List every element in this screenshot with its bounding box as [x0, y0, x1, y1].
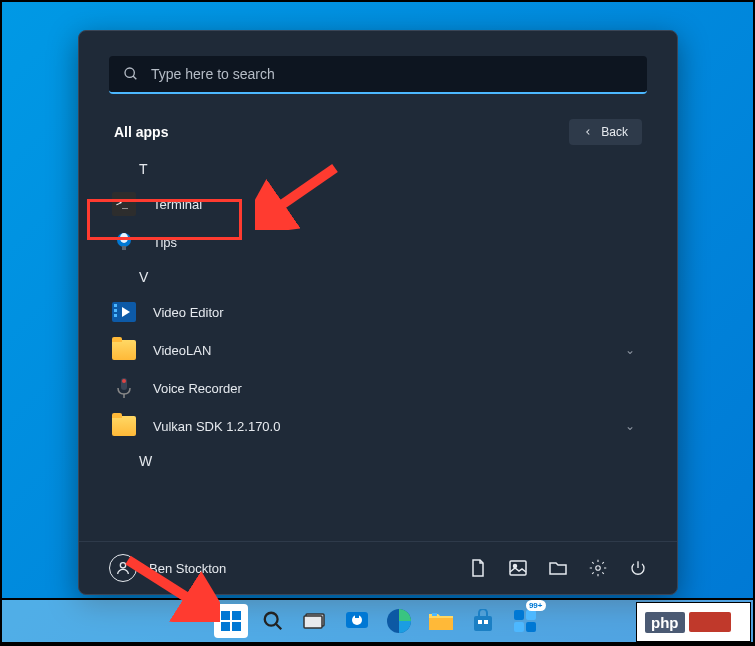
taskbar-search-button[interactable]: [256, 604, 290, 638]
search-input[interactable]: Type here to search: [109, 56, 647, 94]
svg-line-28: [275, 624, 281, 630]
pictures-button[interactable]: [509, 559, 527, 577]
svg-rect-42: [514, 622, 524, 632]
search-placeholder: Type here to search: [151, 66, 275, 82]
svg-point-27: [264, 613, 277, 626]
svg-point-5: [120, 233, 128, 243]
app-item-tips[interactable]: Tips: [99, 223, 657, 261]
annotation-arrow: [120, 552, 220, 622]
chevron-down-icon: ⌄: [625, 419, 645, 433]
all-apps-title: All apps: [114, 124, 168, 140]
search-icon: [262, 610, 284, 632]
app-list: T >_ Terminal Tips V Video Editor VideoL…: [79, 153, 677, 541]
voice-recorder-icon: [111, 375, 137, 401]
tips-icon: [111, 229, 137, 255]
pictures-icon: [509, 560, 527, 576]
folder-icon: [111, 337, 137, 363]
svg-rect-30: [304, 616, 322, 628]
svg-line-1: [133, 76, 136, 79]
file-explorer-button[interactable]: [549, 559, 567, 577]
svg-line-22: [128, 560, 202, 607]
svg-line-20: [267, 168, 335, 215]
back-button[interactable]: Back: [569, 119, 642, 145]
watermark-logo: [689, 612, 731, 632]
app-item-voice-recorder[interactable]: Voice Recorder: [99, 369, 657, 407]
folder-icon: [111, 413, 137, 439]
chat-icon: [344, 608, 370, 634]
widgets-button[interactable]: 99+: [508, 604, 542, 638]
widgets-icon: [512, 608, 538, 634]
search-icon: [123, 66, 139, 82]
app-item-video-editor[interactable]: Video Editor: [99, 293, 657, 331]
svg-rect-38: [478, 620, 482, 624]
power-button[interactable]: [629, 559, 647, 577]
store-icon: [471, 609, 495, 633]
widgets-badge: 99+: [526, 600, 546, 611]
svg-rect-16: [510, 561, 526, 575]
taskbar-app-button[interactable]: [340, 604, 374, 638]
svg-rect-23: [221, 611, 230, 620]
svg-rect-36: [432, 613, 437, 616]
power-icon: [629, 559, 647, 577]
app-item-vulkan-sdk[interactable]: Vulkan SDK 1.2.170.0 ⌄: [99, 407, 657, 445]
svg-point-0: [125, 68, 134, 77]
section-letter-v[interactable]: V: [99, 261, 657, 293]
section-letter-w[interactable]: W: [99, 445, 657, 477]
chevron-left-icon: [583, 127, 593, 137]
store-button[interactable]: [466, 604, 500, 638]
folder-icon: [428, 610, 454, 632]
svg-rect-43: [526, 622, 536, 632]
svg-rect-26: [232, 622, 241, 631]
svg-rect-6: [122, 246, 126, 250]
watermark: php: [636, 602, 751, 642]
svg-point-17: [514, 565, 517, 568]
svg-rect-10: [114, 314, 117, 317]
svg-rect-24: [232, 611, 241, 620]
video-editor-icon: [111, 299, 137, 325]
task-view-button[interactable]: [298, 604, 332, 638]
svg-rect-39: [484, 620, 488, 624]
annotation-arrow: [255, 160, 345, 230]
edge-icon: [386, 608, 412, 634]
svg-rect-9: [114, 309, 117, 312]
watermark-text: php: [645, 612, 685, 633]
svg-rect-8: [114, 304, 117, 307]
terminal-icon: >_: [111, 191, 137, 217]
svg-text:>_: >_: [116, 197, 129, 209]
chevron-down-icon: ⌄: [625, 343, 645, 357]
settings-button[interactable]: [589, 559, 607, 577]
edge-button[interactable]: [382, 604, 416, 638]
app-item-terminal[interactable]: >_ Terminal: [99, 185, 657, 223]
section-letter-t[interactable]: T: [99, 153, 657, 185]
documents-button[interactable]: [469, 559, 487, 577]
file-explorer-button[interactable]: [424, 604, 458, 638]
svg-point-13: [122, 379, 126, 383]
svg-rect-33: [355, 615, 359, 618]
app-item-videolan[interactable]: VideoLAN ⌄: [99, 331, 657, 369]
gear-icon: [589, 559, 607, 577]
svg-rect-37: [474, 616, 492, 631]
svg-rect-41: [526, 610, 536, 620]
svg-rect-35: [429, 618, 453, 630]
svg-rect-25: [221, 622, 230, 631]
svg-point-18: [596, 566, 601, 571]
folder-icon: [549, 560, 567, 576]
task-view-icon: [303, 611, 327, 631]
start-menu: Type here to search All apps Back T >_ T…: [78, 30, 678, 595]
windows-icon: [220, 610, 242, 632]
svg-rect-40: [514, 610, 524, 620]
document-icon: [470, 559, 486, 577]
